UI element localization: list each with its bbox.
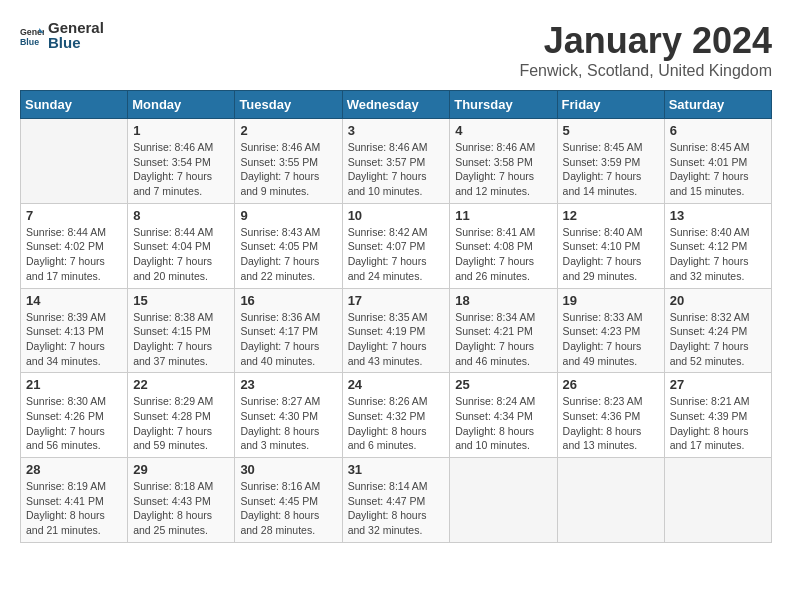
calendar-week-row: 1Sunrise: 8:46 AMSunset: 3:54 PMDaylight… — [21, 119, 772, 204]
svg-text:Blue: Blue — [20, 36, 39, 46]
calendar-cell: 17Sunrise: 8:35 AMSunset: 4:19 PMDayligh… — [342, 288, 450, 373]
day-info: Sunrise: 8:34 AMSunset: 4:21 PMDaylight:… — [455, 310, 551, 369]
calendar-cell: 24Sunrise: 8:26 AMSunset: 4:32 PMDayligh… — [342, 373, 450, 458]
weekday-header-saturday: Saturday — [664, 91, 771, 119]
day-number: 21 — [26, 377, 122, 392]
calendar-cell: 15Sunrise: 8:38 AMSunset: 4:15 PMDayligh… — [128, 288, 235, 373]
day-info: Sunrise: 8:46 AMSunset: 3:58 PMDaylight:… — [455, 140, 551, 199]
calendar-cell: 5Sunrise: 8:45 AMSunset: 3:59 PMDaylight… — [557, 119, 664, 204]
day-number: 4 — [455, 123, 551, 138]
day-number: 19 — [563, 293, 659, 308]
day-info: Sunrise: 8:23 AMSunset: 4:36 PMDaylight:… — [563, 394, 659, 453]
day-info: Sunrise: 8:16 AMSunset: 4:45 PMDaylight:… — [240, 479, 336, 538]
calendar-cell: 8Sunrise: 8:44 AMSunset: 4:04 PMDaylight… — [128, 203, 235, 288]
day-info: Sunrise: 8:45 AMSunset: 4:01 PMDaylight:… — [670, 140, 766, 199]
day-info: Sunrise: 8:45 AMSunset: 3:59 PMDaylight:… — [563, 140, 659, 199]
day-number: 2 — [240, 123, 336, 138]
day-number: 15 — [133, 293, 229, 308]
weekday-header-sunday: Sunday — [21, 91, 128, 119]
calendar-cell: 25Sunrise: 8:24 AMSunset: 4:34 PMDayligh… — [450, 373, 557, 458]
day-info: Sunrise: 8:21 AMSunset: 4:39 PMDaylight:… — [670, 394, 766, 453]
weekday-header-monday: Monday — [128, 91, 235, 119]
day-number: 30 — [240, 462, 336, 477]
day-info: Sunrise: 8:24 AMSunset: 4:34 PMDaylight:… — [455, 394, 551, 453]
calendar-cell: 27Sunrise: 8:21 AMSunset: 4:39 PMDayligh… — [664, 373, 771, 458]
day-info: Sunrise: 8:35 AMSunset: 4:19 PMDaylight:… — [348, 310, 445, 369]
calendar-cell: 10Sunrise: 8:42 AMSunset: 4:07 PMDayligh… — [342, 203, 450, 288]
day-number: 8 — [133, 208, 229, 223]
day-info: Sunrise: 8:29 AMSunset: 4:28 PMDaylight:… — [133, 394, 229, 453]
day-info: Sunrise: 8:41 AMSunset: 4:08 PMDaylight:… — [455, 225, 551, 284]
calendar-cell: 4Sunrise: 8:46 AMSunset: 3:58 PMDaylight… — [450, 119, 557, 204]
weekday-header-tuesday: Tuesday — [235, 91, 342, 119]
calendar-cell — [21, 119, 128, 204]
calendar-cell: 21Sunrise: 8:30 AMSunset: 4:26 PMDayligh… — [21, 373, 128, 458]
calendar-cell: 6Sunrise: 8:45 AMSunset: 4:01 PMDaylight… — [664, 119, 771, 204]
day-number: 29 — [133, 462, 229, 477]
calendar-cell: 3Sunrise: 8:46 AMSunset: 3:57 PMDaylight… — [342, 119, 450, 204]
calendar-title: January 2024 — [519, 20, 772, 62]
day-number: 7 — [26, 208, 122, 223]
day-number: 13 — [670, 208, 766, 223]
day-number: 18 — [455, 293, 551, 308]
calendar-cell: 12Sunrise: 8:40 AMSunset: 4:10 PMDayligh… — [557, 203, 664, 288]
calendar-cell: 13Sunrise: 8:40 AMSunset: 4:12 PMDayligh… — [664, 203, 771, 288]
day-number: 22 — [133, 377, 229, 392]
day-info: Sunrise: 8:19 AMSunset: 4:41 PMDaylight:… — [26, 479, 122, 538]
calendar-cell: 22Sunrise: 8:29 AMSunset: 4:28 PMDayligh… — [128, 373, 235, 458]
weekday-header-thursday: Thursday — [450, 91, 557, 119]
day-number: 1 — [133, 123, 229, 138]
weekday-header-row: SundayMondayTuesdayWednesdayThursdayFrid… — [21, 91, 772, 119]
calendar-cell: 26Sunrise: 8:23 AMSunset: 4:36 PMDayligh… — [557, 373, 664, 458]
day-info: Sunrise: 8:33 AMSunset: 4:23 PMDaylight:… — [563, 310, 659, 369]
calendar-cell: 23Sunrise: 8:27 AMSunset: 4:30 PMDayligh… — [235, 373, 342, 458]
calendar-cell: 14Sunrise: 8:39 AMSunset: 4:13 PMDayligh… — [21, 288, 128, 373]
day-info: Sunrise: 8:26 AMSunset: 4:32 PMDaylight:… — [348, 394, 445, 453]
day-number: 25 — [455, 377, 551, 392]
day-info: Sunrise: 8:18 AMSunset: 4:43 PMDaylight:… — [133, 479, 229, 538]
calendar-cell: 1Sunrise: 8:46 AMSunset: 3:54 PMDaylight… — [128, 119, 235, 204]
day-number: 6 — [670, 123, 766, 138]
day-info: Sunrise: 8:40 AMSunset: 4:12 PMDaylight:… — [670, 225, 766, 284]
day-info: Sunrise: 8:40 AMSunset: 4:10 PMDaylight:… — [563, 225, 659, 284]
calendar-cell: 2Sunrise: 8:46 AMSunset: 3:55 PMDaylight… — [235, 119, 342, 204]
calendar-week-row: 21Sunrise: 8:30 AMSunset: 4:26 PMDayligh… — [21, 373, 772, 458]
day-number: 23 — [240, 377, 336, 392]
day-info: Sunrise: 8:44 AMSunset: 4:02 PMDaylight:… — [26, 225, 122, 284]
day-number: 10 — [348, 208, 445, 223]
day-info: Sunrise: 8:27 AMSunset: 4:30 PMDaylight:… — [240, 394, 336, 453]
day-info: Sunrise: 8:32 AMSunset: 4:24 PMDaylight:… — [670, 310, 766, 369]
day-number: 14 — [26, 293, 122, 308]
day-number: 11 — [455, 208, 551, 223]
calendar-body: 1Sunrise: 8:46 AMSunset: 3:54 PMDaylight… — [21, 119, 772, 543]
day-number: 31 — [348, 462, 445, 477]
calendar-week-row: 7Sunrise: 8:44 AMSunset: 4:02 PMDaylight… — [21, 203, 772, 288]
calendar-cell: 28Sunrise: 8:19 AMSunset: 4:41 PMDayligh… — [21, 458, 128, 543]
day-info: Sunrise: 8:39 AMSunset: 4:13 PMDaylight:… — [26, 310, 122, 369]
calendar-cell: 7Sunrise: 8:44 AMSunset: 4:02 PMDaylight… — [21, 203, 128, 288]
calendar-week-row: 14Sunrise: 8:39 AMSunset: 4:13 PMDayligh… — [21, 288, 772, 373]
calendar-cell: 31Sunrise: 8:14 AMSunset: 4:47 PMDayligh… — [342, 458, 450, 543]
day-number: 5 — [563, 123, 659, 138]
calendar-cell: 18Sunrise: 8:34 AMSunset: 4:21 PMDayligh… — [450, 288, 557, 373]
logo: General Blue General Blue — [20, 20, 104, 51]
weekday-header-wednesday: Wednesday — [342, 91, 450, 119]
day-info: Sunrise: 8:46 AMSunset: 3:57 PMDaylight:… — [348, 140, 445, 199]
calendar-cell: 19Sunrise: 8:33 AMSunset: 4:23 PMDayligh… — [557, 288, 664, 373]
calendar-cell — [450, 458, 557, 543]
calendar-cell: 11Sunrise: 8:41 AMSunset: 4:08 PMDayligh… — [450, 203, 557, 288]
day-number: 9 — [240, 208, 336, 223]
calendar-cell — [557, 458, 664, 543]
day-number: 26 — [563, 377, 659, 392]
calendar-cell: 29Sunrise: 8:18 AMSunset: 4:43 PMDayligh… — [128, 458, 235, 543]
day-info: Sunrise: 8:46 AMSunset: 3:54 PMDaylight:… — [133, 140, 229, 199]
day-info: Sunrise: 8:14 AMSunset: 4:47 PMDaylight:… — [348, 479, 445, 538]
calendar-cell: 30Sunrise: 8:16 AMSunset: 4:45 PMDayligh… — [235, 458, 342, 543]
day-info: Sunrise: 8:38 AMSunset: 4:15 PMDaylight:… — [133, 310, 229, 369]
day-number: 12 — [563, 208, 659, 223]
calendar-table: SundayMondayTuesdayWednesdayThursdayFrid… — [20, 90, 772, 543]
logo-icon: General Blue — [20, 24, 44, 48]
day-info: Sunrise: 8:30 AMSunset: 4:26 PMDaylight:… — [26, 394, 122, 453]
day-info: Sunrise: 8:46 AMSunset: 3:55 PMDaylight:… — [240, 140, 336, 199]
day-number: 16 — [240, 293, 336, 308]
